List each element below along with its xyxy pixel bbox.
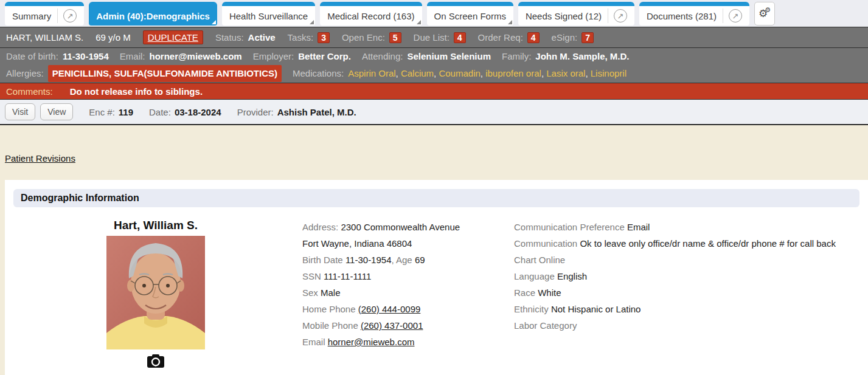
demographics-banner: Date of birth: 11-30-1954 Email: horner@…: [0, 48, 868, 83]
ssn-field: SSN 111-11-1111: [302, 268, 514, 284]
comments-bar: Comments: Do not release info to sibling…: [0, 83, 868, 100]
ethnicity-field: Ethnicity Not Hispanic or Latino: [514, 301, 859, 317]
medications-list: Aspirin OralCalciumCoumadinibuprofen ora…: [348, 66, 627, 81]
ethnicity-value: Not Hispanic or Latino: [551, 304, 641, 314]
sex-value: Male: [321, 287, 341, 298]
tab-needs-signed-label: Needs Signed (12): [526, 11, 602, 21]
email-field: Email horner@mieweb.com: [302, 334, 514, 350]
view-button[interactable]: View: [40, 103, 73, 120]
home-phone-link[interactable]: (260) 444-0099: [358, 304, 421, 314]
external-link-icon[interactable]: ↗: [63, 9, 77, 22]
medication-item[interactable]: ibuprofen oral: [485, 68, 546, 78]
tab-admin-demographics[interactable]: Admin (40):Demographics: [89, 2, 217, 26]
enc-number-value: 119: [119, 107, 133, 117]
tasks-label: Tasks:: [288, 32, 314, 43]
language-label: Language: [514, 271, 555, 281]
tab-medical-label: Medical Record (163): [327, 11, 414, 21]
patient-revisions-link[interactable]: Patient Revisions: [5, 153, 75, 163]
medication-item[interactable]: Lasix oral: [546, 68, 591, 78]
patient-age-sex: 69 y/o M: [95, 32, 131, 43]
tab-forms-label: On Screen Forms: [434, 11, 506, 21]
tab-dropdown-fold-icon: [310, 20, 314, 24]
email-value: horner@mieweb.com: [149, 49, 241, 64]
tab-admin-label: Admin (40):Demographics: [96, 11, 210, 21]
mobile-phone-field: Mobile Phone (260) 437-0001: [302, 317, 514, 334]
email-field-label: Email: [302, 337, 325, 347]
age-label: , Age: [392, 255, 412, 265]
home-phone-label: Home Phone: [302, 304, 356, 314]
order-req-label: Order Req:: [478, 32, 523, 43]
comm-pref-label: Communication Preference: [514, 222, 625, 232]
content-area: Patient Revisions Demographic Informatio…: [0, 125, 868, 375]
allergies-highlight[interactable]: PENICILLINS, SULFA(SULFONAMIDE ANTIBIOTI…: [48, 65, 282, 82]
address-label: Address:: [302, 222, 338, 232]
tab-divider: [608, 9, 608, 23]
address-field: Address: 2300 Commonwealth Avenue: [302, 219, 514, 235]
tab-documents[interactable]: Documents (281) ↗: [639, 2, 749, 26]
external-link-icon[interactable]: ↗: [729, 9, 742, 22]
ssn-value: 111-11-1111: [324, 271, 371, 281]
patient-banner: HART, WILLIAM S. 69 y/o M DUPLICATE Stat…: [0, 27, 868, 48]
open-enc-label: Open Enc:: [342, 32, 385, 43]
tab-health-surveillance[interactable]: Health Surveillance: [222, 2, 315, 26]
sex-label: Sex: [302, 287, 318, 298]
contact-fields-column: Address: 2300 Commonwealth Avenue Fort W…: [302, 219, 514, 371]
employer-label: Employer:: [253, 49, 294, 64]
esign-count-badge[interactable]: 7: [582, 32, 594, 43]
order-req-count-badge[interactable]: 4: [527, 32, 540, 43]
comments-text: Do not release info to siblings.: [70, 86, 203, 97]
tab-dropdown-fold-icon: [212, 20, 216, 24]
tab-on-screen-forms[interactable]: On Screen Forms: [427, 2, 513, 26]
enc-date-label: Date:: [149, 107, 171, 117]
communication-field: Communication Ok to leave only office/dr…: [514, 235, 859, 252]
labor-category-label: Labor Category: [514, 320, 577, 331]
language-field: Language English: [514, 268, 859, 284]
medication-item[interactable]: Lisinopril: [591, 68, 627, 78]
communication-label: Communication: [514, 238, 577, 249]
tab-health-label: Health Surveillance: [229, 11, 308, 21]
enc-provider-label: Provider:: [237, 107, 274, 117]
address-line1: 2300 Commonwealth Avenue: [341, 222, 460, 232]
encounter-bar: Visit View Enc #: 119 Date: 03-18-2024 P…: [0, 100, 868, 125]
duplicate-badge[interactable]: DUPLICATE: [143, 30, 203, 44]
tab-dropdown-fold-icon: [508, 20, 512, 24]
comments-label: Comments:: [6, 86, 53, 97]
tab-summary[interactable]: Summary ↗: [5, 2, 84, 26]
open-enc-count-badge[interactable]: 5: [389, 32, 401, 43]
ssn-label: SSN: [302, 271, 321, 281]
camera-icon[interactable]: [147, 354, 165, 368]
mobile-phone-link[interactable]: (260) 437-0001: [361, 320, 423, 331]
medication-item[interactable]: Aspirin Oral: [348, 68, 401, 78]
comm-pref-field: Communication Preference Email: [514, 219, 859, 235]
language-value: English: [557, 271, 587, 281]
email-label: Email:: [120, 49, 145, 64]
medication-item[interactable]: Calcium: [401, 68, 439, 78]
medication-item[interactable]: Coumadin: [439, 68, 485, 78]
external-link-icon[interactable]: ↗: [614, 9, 627, 22]
tab-divider: [57, 9, 58, 23]
birth-date-field: Birth Date 11-30-1954, Age 69: [302, 252, 514, 268]
tab-medical-record[interactable]: Medical Record (163): [320, 2, 422, 26]
tasks-count-badge[interactable]: 3: [318, 32, 330, 43]
birth-date-label: Birth Date: [302, 255, 343, 265]
ethnicity-label: Ethnicity: [514, 304, 549, 314]
status-label: Status:: [215, 32, 244, 43]
family-value: John M. Sample, M.D.: [535, 49, 629, 64]
email-link[interactable]: horner@mieweb.com: [328, 337, 415, 347]
address-line2: Fort Wayne, Indiana 46804: [302, 238, 412, 249]
race-label: Race: [514, 287, 535, 298]
visit-button[interactable]: Visit: [5, 103, 35, 120]
settings-button[interactable]: ⚙ ⚙: [754, 2, 775, 26]
chart-online-label: Chart Online: [514, 255, 565, 265]
attending-label: Attending:: [362, 49, 403, 64]
esign-label: eSign:: [552, 32, 578, 43]
age-value: 69: [415, 255, 425, 265]
gear-small-icon: ⚙: [765, 7, 771, 13]
home-phone-field: Home Phone (260) 444-0099: [302, 301, 514, 317]
section-title: Demographic Information: [13, 189, 859, 207]
due-list-count-badge[interactable]: 4: [454, 32, 466, 43]
tab-summary-label: Summary: [12, 11, 51, 21]
birth-date-value: 11-30-1954: [345, 255, 392, 265]
tab-needs-signed[interactable]: Needs Signed (12) ↗: [518, 2, 634, 26]
chart-online-field: Chart Online: [514, 252, 859, 268]
